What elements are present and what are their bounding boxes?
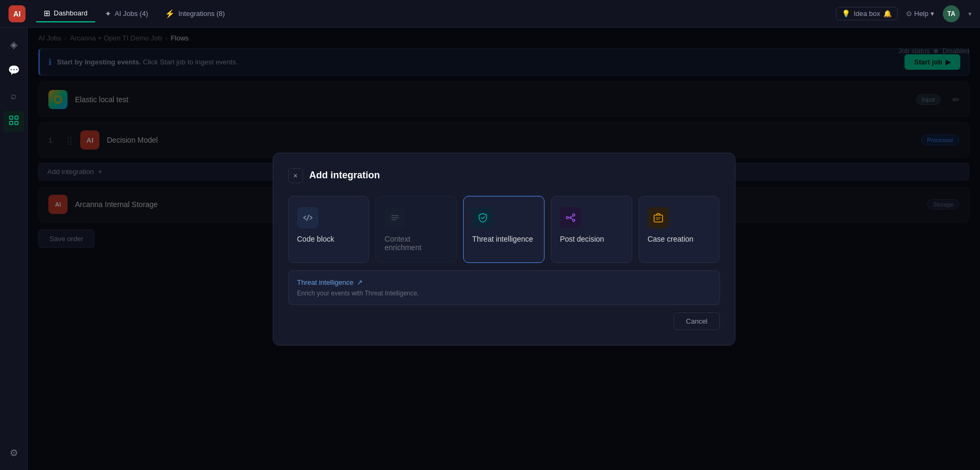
svg-rect-15 xyxy=(654,215,663,222)
modal-overlay: × Add integration Code block xyxy=(28,28,980,470)
post-decision-label: Post decision xyxy=(560,235,604,243)
idea-box-button[interactable]: 💡 Idea box 🔔 xyxy=(836,7,898,20)
nav-dashboard[interactable]: ⊞ Dashboard xyxy=(36,5,95,22)
int-card-post-decision[interactable]: Post decision xyxy=(551,196,632,263)
help-circle-icon: ⊙ xyxy=(906,10,912,18)
svg-rect-1 xyxy=(15,116,18,119)
tooltip-description: Enrich your events with Threat Intellige… xyxy=(297,290,711,297)
idea-box-label: Idea box xyxy=(853,10,880,18)
svg-rect-3 xyxy=(15,121,18,125)
dashboard-icon: ⊞ xyxy=(44,9,51,18)
svg-rect-9 xyxy=(391,219,397,220)
modal-footer: Cancel xyxy=(288,312,720,330)
settings-icon: ⚙ xyxy=(10,447,18,459)
int-card-case-creation[interactable]: Case creation xyxy=(639,196,720,263)
threat-intelligence-label: Threat intelligence xyxy=(472,235,533,243)
case-creation-label: Case creation xyxy=(648,235,693,243)
integrations-icon: ⚡ xyxy=(165,9,175,19)
sidebar-item-flows[interactable] xyxy=(3,111,24,132)
modal-close-button[interactable]: × xyxy=(288,168,303,183)
search-icon: ⌕ xyxy=(11,90,16,102)
context-enrichment-icon xyxy=(384,207,406,228)
add-integration-modal: × Add integration Code block xyxy=(273,153,735,345)
close-icon: × xyxy=(293,171,297,180)
svg-line-14 xyxy=(571,218,573,220)
ai-jobs-icon: ✦ xyxy=(105,9,112,19)
post-decision-icon xyxy=(560,207,581,228)
case-creation-icon xyxy=(648,207,669,228)
cancel-button[interactable]: Cancel xyxy=(674,312,719,330)
sidebar-item-settings[interactable]: ⚙ xyxy=(3,442,24,464)
nav-dashboard-label: Dashboard xyxy=(54,9,88,17)
tooltip-link-text: Threat intelligence xyxy=(297,278,354,286)
tooltip-area: Threat intelligence ↗ Enrich your events… xyxy=(288,270,720,305)
messages-icon: 💬 xyxy=(8,64,20,76)
threat-intelligence-icon xyxy=(472,207,493,228)
int-card-context-enrichment: Context enrichment xyxy=(375,196,457,263)
svg-point-11 xyxy=(573,214,575,216)
top-nav-right: 💡 Idea box 🔔 ⊙ Help ▾ TA ▾ xyxy=(836,5,971,22)
main-area: AI Jobs › Arcanna + Open TI Demo Job › F… xyxy=(28,28,980,470)
svg-rect-2 xyxy=(10,121,13,125)
tooltip-link[interactable]: Threat intelligence ↗ xyxy=(297,278,711,286)
chevron-down-icon: ▾ xyxy=(931,10,934,18)
nav-ai-jobs-label: AI Jobs (4) xyxy=(115,10,148,18)
svg-line-13 xyxy=(571,216,573,217)
sidebar-item-activity[interactable]: ◈ xyxy=(3,34,24,55)
sidebar: ◈ 💬 ⌕ ⚙ xyxy=(0,28,28,470)
top-nav-items: ⊞ Dashboard ✦ AI Jobs (4) ⚡ Integrations… xyxy=(36,5,836,22)
avatar[interactable]: TA xyxy=(943,5,960,22)
help-label: Help xyxy=(914,10,928,18)
svg-rect-7 xyxy=(391,215,399,216)
notification-icon: 🔔 xyxy=(883,10,892,18)
avatar-chevron-icon: ▾ xyxy=(968,10,971,18)
modal-header: × Add integration xyxy=(288,168,720,183)
integration-cards: Code block Context enrichment xyxy=(288,196,720,263)
int-card-threat-intelligence[interactable]: Threat intelligence xyxy=(463,196,545,263)
context-enrichment-label: Context enrichment xyxy=(384,235,448,252)
code-block-label: Code block xyxy=(297,235,334,243)
nav-integrations[interactable]: ⚡ Integrations (8) xyxy=(157,6,232,22)
flows-icon xyxy=(9,115,19,128)
code-block-icon xyxy=(297,207,319,228)
nav-ai-jobs[interactable]: ✦ AI Jobs (4) xyxy=(97,6,156,22)
svg-rect-8 xyxy=(391,217,399,218)
sidebar-item-search[interactable]: ⌕ xyxy=(3,85,24,106)
activity-icon: ◈ xyxy=(10,39,18,51)
external-link-icon: ↗ xyxy=(357,278,363,286)
lightbulb-icon: 💡 xyxy=(842,10,850,18)
modal-title: Add integration xyxy=(309,170,380,181)
help-button[interactable]: ⊙ Help ▾ xyxy=(906,10,934,18)
svg-point-12 xyxy=(573,219,575,221)
top-nav: AI ⊞ Dashboard ✦ AI Jobs (4) ⚡ Integrati… xyxy=(0,0,980,28)
app-logo: AI xyxy=(9,5,26,22)
sidebar-item-messages[interactable]: 💬 xyxy=(3,60,24,81)
int-card-code-block[interactable]: Code block xyxy=(288,196,370,263)
svg-rect-0 xyxy=(10,116,13,119)
nav-integrations-label: Integrations (8) xyxy=(178,10,224,18)
